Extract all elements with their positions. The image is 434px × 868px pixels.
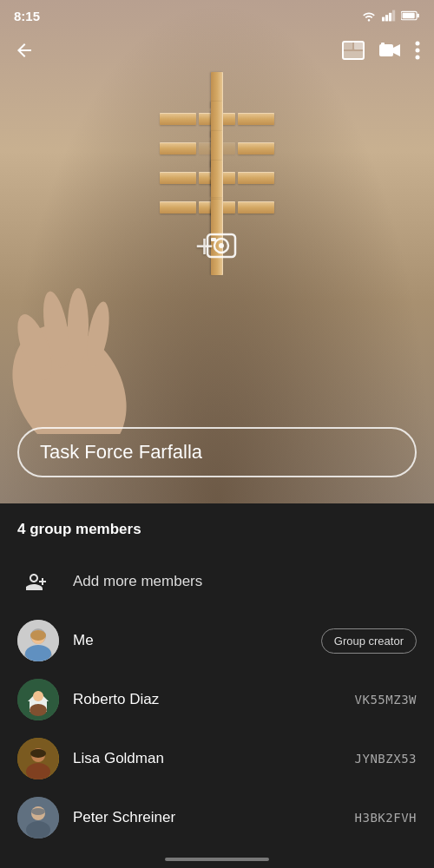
avatar-roberto xyxy=(17,679,59,720)
svg-rect-1 xyxy=(385,15,388,21)
member-name-roberto: Roberto Diaz xyxy=(73,691,341,708)
svg-rect-21 xyxy=(379,44,393,56)
member-name-me: Me xyxy=(73,632,307,649)
hero-image: + xyxy=(0,0,434,503)
status-time: 8:15 xyxy=(14,9,40,23)
header-actions xyxy=(342,41,420,63)
battery-icon xyxy=(401,10,420,21)
avatar-lisa xyxy=(17,738,59,779)
video-call-button[interactable] xyxy=(378,42,401,62)
svg-rect-18 xyxy=(343,42,352,49)
lisa-avatar-image xyxy=(17,738,59,779)
avatar-peter xyxy=(17,797,59,838)
member-row-peter: Peter Schreiner H3BK2FVH xyxy=(0,788,434,847)
member-row-roberto: Roberto Diaz VK55MZ3W xyxy=(0,670,434,729)
me-avatar-image xyxy=(17,620,59,661)
member-code-peter: H3BK2FVH xyxy=(355,811,417,825)
add-person-icon xyxy=(26,572,50,591)
svg-point-10 xyxy=(68,288,89,363)
svg-rect-6 xyxy=(403,13,415,18)
members-section: 4 group members Add more members Me Grou… xyxy=(0,503,434,868)
member-row-me: Me Group creator xyxy=(0,611,434,670)
members-header: 4 group members xyxy=(0,521,434,552)
back-button[interactable] xyxy=(14,40,35,64)
group-name-container xyxy=(17,427,417,477)
group-name-input[interactable] xyxy=(17,427,417,477)
svg-point-35 xyxy=(30,704,47,716)
home-indicator xyxy=(165,858,269,861)
member-row-lisa: Lisa Goldman JYNBZX53 xyxy=(0,729,434,788)
roberto-avatar-image xyxy=(17,679,59,720)
member-name-peter: Peter Schreiner xyxy=(73,809,341,826)
svg-rect-19 xyxy=(354,42,364,49)
svg-point-38 xyxy=(30,749,46,758)
svg-rect-5 xyxy=(417,14,418,18)
svg-rect-16 xyxy=(211,238,216,241)
wifi-icon xyxy=(361,10,377,22)
blocks-tower xyxy=(160,113,274,231)
svg-rect-2 xyxy=(389,13,391,22)
svg-point-24 xyxy=(416,49,420,53)
svg-point-34 xyxy=(33,691,43,701)
add-photo-button[interactable]: + xyxy=(195,226,239,271)
status-icons xyxy=(361,10,420,22)
gallery-button[interactable] xyxy=(342,41,365,63)
member-code-roberto: VK55MZ3W xyxy=(355,693,417,707)
member-name-lisa: Lisa Goldman xyxy=(73,750,341,767)
more-icon xyxy=(415,41,420,60)
back-icon xyxy=(14,40,35,61)
svg-rect-3 xyxy=(392,10,395,22)
svg-point-30 xyxy=(30,630,46,641)
svg-point-23 xyxy=(416,42,420,46)
svg-point-43 xyxy=(26,821,50,838)
peter-avatar-image xyxy=(17,797,59,838)
svg-point-15 xyxy=(219,243,224,248)
svg-rect-20 xyxy=(343,51,364,59)
header xyxy=(0,31,434,73)
left-hand xyxy=(0,260,156,434)
status-bar: 8:15 xyxy=(0,0,434,31)
video-icon xyxy=(378,42,401,59)
svg-point-42 xyxy=(31,808,45,815)
svg-rect-0 xyxy=(382,17,385,22)
svg-rect-22 xyxy=(381,43,385,45)
svg-point-25 xyxy=(416,56,420,60)
add-member-label: Add more members xyxy=(73,573,202,590)
add-member-icon xyxy=(17,561,59,602)
image-icon xyxy=(342,41,365,60)
member-code-lisa: JYNBZX53 xyxy=(355,752,417,766)
group-creator-badge: Group creator xyxy=(321,628,417,654)
signal-icon xyxy=(382,10,396,22)
add-member-row[interactable]: Add more members xyxy=(0,552,434,611)
avatar-me xyxy=(17,620,59,661)
more-options-button[interactable] xyxy=(415,41,420,63)
